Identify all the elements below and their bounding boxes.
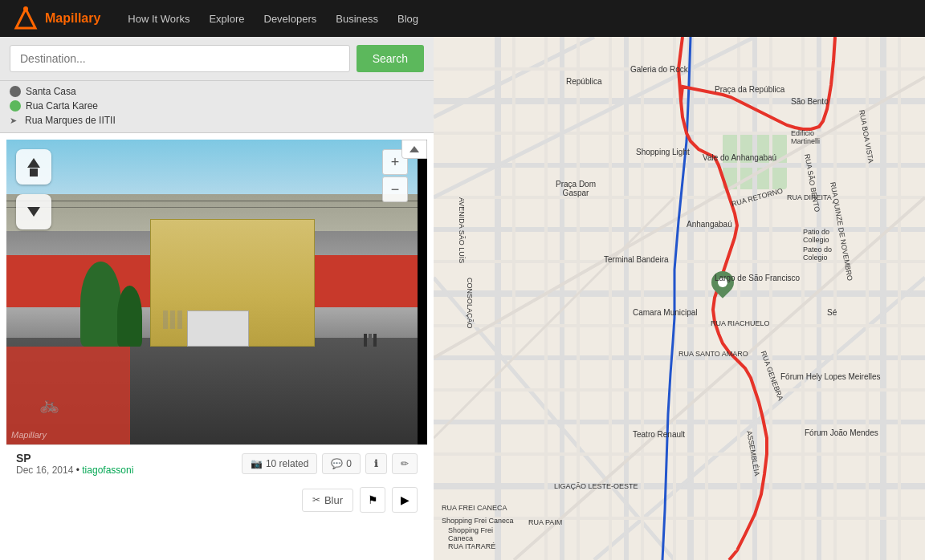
route-item-1: Santa Casa (10, 84, 424, 99)
blur-icon: ✂ (312, 494, 320, 505)
route-label-3: Rua Marques de IITII (25, 115, 116, 126)
play-icon: ▶ (401, 493, 410, 506)
comment-icon: 💬 (331, 458, 343, 469)
nav-how-it-works[interactable]: How It Works (120, 10, 198, 28)
play-button[interactable]: ▶ (392, 487, 418, 513)
nav-arrow-up[interactable] (16, 149, 51, 185)
photo-author[interactable]: tiagofassoni (82, 465, 133, 476)
edit-button[interactable]: ✏ (392, 453, 418, 474)
nav-explore[interactable]: Explore (201, 10, 252, 28)
related-count: 10 related (266, 458, 308, 469)
map-background: República Galeria do Rock Praça da Repúb… (434, 37, 925, 560)
marker-body (707, 266, 739, 298)
mapillary-logo-icon (13, 6, 39, 31)
photo-action-row: ✂ Blur ⚑ ▶ (6, 482, 427, 521)
zoom-out-button[interactable]: − (382, 177, 408, 202)
collapse-arrow-icon (410, 146, 419, 152)
photo-location: SP (16, 452, 133, 465)
related-button[interactable]: 📷 10 related (242, 453, 317, 474)
main-nav: Mapillary How It Works Explore Developer… (0, 0, 925, 37)
collapse-button[interactable] (401, 140, 427, 159)
route-icon-2 (10, 100, 21, 112)
photo-toolbar: SP Dec 16, 2014 • tiagofassoni 📷 10 rela… (6, 444, 427, 482)
sidebar: Search Santa Casa Rua Carta Karee ➤ Rua … (0, 37, 434, 560)
photo-trees (80, 262, 121, 347)
photo-date: Dec 16, 2014 (16, 465, 73, 476)
photo-watermark: Mapillary (11, 430, 47, 440)
route-item-3: ➤ Rua Marques de IITII (10, 113, 424, 128)
logo[interactable]: Mapillary (13, 6, 100, 31)
map-svg (434, 37, 925, 560)
location-marker[interactable] (711, 271, 734, 294)
map-container[interactable]: República Galeria do Rock Praça da Repúb… (434, 37, 925, 560)
photo-trees-2 (117, 286, 142, 347)
info-button[interactable]: ℹ (365, 453, 387, 474)
photo-people (364, 334, 377, 347)
search-button[interactable]: Search (357, 45, 424, 72)
nav-blog[interactable]: Blog (389, 10, 426, 28)
nav-business[interactable]: Business (328, 10, 386, 28)
photo-actions: 📷 10 related 💬 0 ℹ ✏ (242, 453, 418, 474)
svg-point-2 (23, 6, 28, 11)
camera-icon: 📷 (251, 458, 263, 469)
up-arrow-icon (27, 158, 40, 168)
search-area: Search (0, 37, 434, 81)
route-label-1: Santa Casa (26, 86, 76, 97)
route-icon-1 (10, 86, 21, 97)
photo-meta: SP Dec 16, 2014 • tiagofassoni (16, 452, 133, 476)
comments-count: 0 (346, 458, 352, 469)
photo-bus (187, 310, 249, 347)
photo-container: 🚲 + − Mapillary (6, 140, 418, 444)
nav-developers[interactable]: Developers (256, 10, 325, 28)
blur-label: Blur (324, 494, 343, 506)
svg-rect-3 (434, 37, 925, 560)
photo-powerlines-2 (6, 207, 418, 208)
photo-bike-icon: 🚲 (39, 395, 59, 414)
photo-date-author: Dec 16, 2014 • tiagofassoni (16, 465, 133, 476)
blur-button[interactable]: ✂ Blur (302, 489, 353, 512)
route-label-2: Rua Carta Karee (26, 100, 98, 112)
edit-icon: ✏ (401, 458, 409, 469)
info-icon: ℹ (374, 458, 378, 469)
route-items: Santa Casa Rua Carta Karee ➤ Rua Marques… (0, 81, 434, 133)
route-arrow-icon: ➤ (10, 116, 17, 126)
photo-panel: 🚲 + − Mapillary (6, 140, 427, 521)
search-input[interactable] (10, 45, 350, 72)
route-item-2: Rua Carta Karee (10, 99, 424, 113)
photo-powerlines (6, 201, 418, 201)
flag-icon: ⚑ (368, 493, 378, 506)
flag-button[interactable]: ⚑ (360, 487, 385, 513)
arrow-base (30, 168, 38, 177)
nav-arrow-down[interactable] (16, 194, 51, 229)
logo-text: Mapillary (45, 11, 100, 26)
marker-inner (718, 278, 727, 287)
comments-button[interactable]: 💬 0 (322, 453, 361, 474)
nav-links: How It Works Explore Developers Business… (120, 10, 426, 28)
down-arrow-icon (27, 207, 40, 217)
search-row: Search (10, 45, 424, 72)
